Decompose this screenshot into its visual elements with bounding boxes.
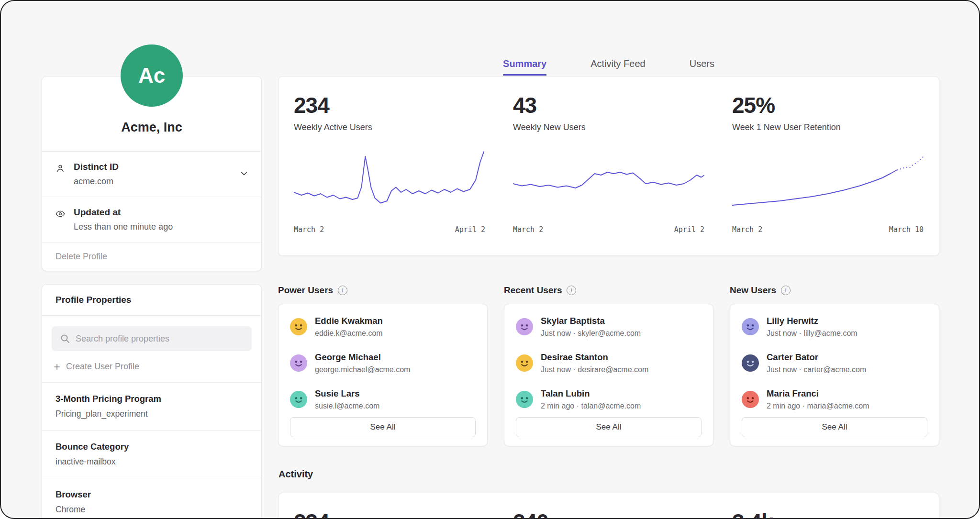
activity-section-title: Activity (278, 469, 313, 480)
activity-card: 234 240 3.4k (278, 493, 939, 519)
new-users-header: New Users i (730, 284, 939, 297)
profile-properties-card: Profile Properties + Create User Profile… (42, 284, 262, 519)
updated-at-row: Updated at Less than one minute ago (42, 197, 261, 242)
info-icon[interactable]: i (781, 286, 791, 295)
stat-value: 25% (732, 94, 924, 117)
user-row[interactable]: Desirae Stanton Just now · desirare@acme… (516, 345, 702, 381)
user-email: Just now · desirare@acme.com (541, 365, 648, 374)
stat-label: Weekly New Users (513, 122, 732, 133)
property-row-pricing-program[interactable]: 3-Month Pricing Program Pricing_plan_exp… (42, 382, 261, 430)
recent-users-title: Recent Users (504, 285, 562, 296)
power-users-section: Power Users i Eddie Kwakman eddie.k@acme… (278, 284, 488, 446)
property-value: Pricing_plan_experiment (56, 409, 248, 419)
plus-icon: + (54, 363, 60, 371)
property-row-bounce-category[interactable]: Bounce Category inactive-mailbox (42, 430, 261, 478)
tab-users[interactable]: Users (690, 58, 714, 76)
user-name: Maria Franci (767, 388, 869, 399)
user-email: Just now · skyler@acme.com (541, 329, 641, 338)
user-email: eddie.k@acme.com (315, 329, 383, 338)
power-users-title: Power Users (278, 285, 333, 296)
new-users-title: New Users (730, 285, 776, 296)
axis-start-label: March 2 (732, 225, 762, 234)
activity-stat-value: 240 (513, 510, 732, 519)
activity-stat-value: 3.4k (732, 510, 920, 519)
stat-label: Weekly Active Users (294, 122, 513, 133)
user-name: Lilly Herwitz (767, 316, 858, 326)
user-email: 2 min ago · talan@acme.com (541, 402, 641, 410)
search-wrap (52, 326, 252, 351)
user-row[interactable]: George Michael george.michael@acme.com (290, 345, 476, 381)
see-all-button[interactable]: See All (742, 417, 927, 437)
axis-start-label: March 2 (294, 225, 324, 234)
power-users-card: Eddie Kwakman eddie.k@acme.com George Mi… (278, 304, 488, 446)
distinct-id-label: Distinct ID (74, 162, 248, 172)
stat-label: Week 1 New User Retention (732, 122, 924, 133)
user-row[interactable]: Susie Lars susie.l@acme.com (290, 381, 476, 418)
user-name: Eddie Kwakman (315, 316, 383, 326)
property-value: Chrome (56, 505, 248, 515)
tab-activity-feed[interactable]: Activity Feed (590, 58, 645, 76)
summary-card: 234 Weekly Active Users March 2 April 2 … (278, 76, 939, 256)
user-email: Just now · carter@acme.com (767, 365, 866, 374)
retention-sparkline (732, 148, 924, 220)
user-email: george.michael@acme.com (315, 365, 410, 374)
company-avatar: Ac (121, 44, 183, 107)
axis-start-label: March 2 (513, 225, 543, 234)
x-axis: March 2 April 2 (513, 225, 704, 234)
user-avatar (742, 354, 759, 372)
user-row[interactable]: Talan Lubin 2 min ago · talan@acme.com (516, 381, 702, 418)
axis-end-label: March 10 (889, 225, 924, 234)
weekly-new-users-sparkline (513, 148, 704, 220)
new-users-card: Lilly Herwitz Just now · lilly@acme.com … (730, 304, 939, 446)
eye-icon (55, 209, 66, 219)
company-name: Acme, Inc (121, 120, 182, 135)
property-name: 3-Month Pricing Program (56, 394, 248, 404)
create-user-profile-label: Create User Profile (66, 362, 139, 372)
tab-summary[interactable]: Summary (503, 58, 546, 76)
search-profile-properties-input[interactable] (52, 326, 252, 351)
chevron-down-icon[interactable] (239, 169, 249, 178)
user-avatar (516, 318, 533, 335)
user-name: Desirae Stanton (541, 352, 648, 363)
user-row[interactable]: Carter Bator Just now · carter@acme.com (742, 345, 927, 381)
info-icon[interactable]: i (567, 286, 576, 295)
user-name: Carter Bator (767, 352, 866, 363)
user-row[interactable]: Eddie Kwakman eddie.k@acme.com (290, 309, 476, 345)
delete-profile-button[interactable]: Delete Profile (42, 242, 261, 271)
user-avatar (516, 354, 533, 372)
user-row[interactable]: Lilly Herwitz Just now · lilly@acme.com (742, 309, 927, 345)
info-icon[interactable]: i (338, 286, 347, 295)
profile-properties-title: Profile Properties (42, 285, 261, 316)
user-avatar (290, 354, 307, 372)
updated-at-label: Updated at (74, 207, 248, 218)
stat-weekly-new-users: 43 Weekly New Users March 2 April 2 (513, 94, 732, 242)
recent-users-card: Skylar Baptista Just now · skyler@acme.c… (504, 304, 713, 446)
stat-weekly-active-users: 234 Weekly Active Users March 2 April 2 (294, 94, 513, 242)
axis-end-label: April 2 (455, 225, 485, 234)
user-row[interactable]: Maria Franci 2 min ago · maria@acme.com (742, 381, 927, 418)
app-window: Ac Acme, Inc Distinct ID acme.com Update… (0, 0, 980, 519)
user-avatar (290, 318, 307, 335)
power-users-header: Power Users i (278, 284, 488, 297)
create-user-profile-button[interactable]: + Create User Profile (42, 351, 261, 382)
see-all-button[interactable]: See All (516, 417, 702, 437)
user-email: 2 min ago · maria@acme.com (767, 402, 869, 410)
x-axis: March 2 March 10 (732, 225, 924, 234)
property-name: Bounce Category (56, 442, 248, 452)
stat-value: 234 (294, 94, 513, 117)
user-avatar (290, 391, 307, 408)
updated-at-value: Less than one minute ago (74, 222, 248, 232)
property-name: Browser (56, 489, 248, 500)
property-row-browser[interactable]: Browser Chrome (42, 478, 261, 519)
company-avatar-initials: Ac (138, 64, 165, 88)
user-row[interactable]: Skylar Baptista Just now · skyler@acme.c… (516, 309, 702, 345)
user-name: Skylar Baptista (541, 316, 641, 326)
tab-bar: Summary Activity Feed Users (278, 58, 939, 76)
activity-stat-value: 234 (294, 510, 513, 519)
x-axis: March 2 April 2 (294, 225, 485, 234)
stat-week1-retention: 25% Week 1 New User Retention March 2 Ma… (732, 94, 924, 242)
weekly-active-users-sparkline (294, 148, 485, 220)
see-all-button[interactable]: See All (290, 417, 476, 437)
user-name: Susie Lars (315, 388, 379, 399)
property-value: inactive-mailbox (56, 457, 248, 467)
